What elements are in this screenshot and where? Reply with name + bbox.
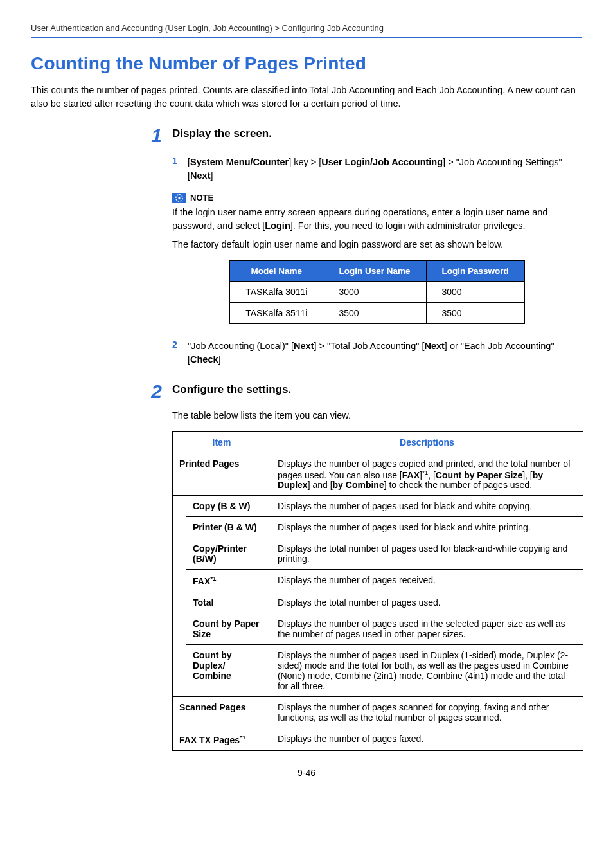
table-row: Count by Duplex/ Combine Displays the nu… (173, 644, 583, 696)
note-text: If the login user name entry screen appe… (172, 206, 582, 233)
page-number: 9-46 (31, 768, 582, 778)
table-header: Model Name (230, 260, 323, 281)
table-row: FAX*1 Displays the number of pages recei… (173, 570, 583, 592)
substep-number: 1 (172, 156, 181, 166)
table-row: Printed Pages Displays the number of pag… (173, 453, 583, 496)
table-row: TASKalfa 3511i 3500 3500 (230, 302, 525, 323)
table-row: Count by Paper Size Displays the number … (173, 613, 583, 644)
divider (31, 37, 582, 38)
note-block: NOTE If the login user name entry screen… (172, 193, 582, 324)
step-intro-text: The table below lists the item you can v… (172, 409, 582, 422)
substep-text: "Job Accounting (Local)" [Next] > "Total… (188, 339, 582, 366)
svg-point-2 (178, 197, 180, 199)
login-table: Model Name Login User Name Login Passwor… (229, 260, 525, 324)
step-heading: Display the screen. (172, 127, 272, 140)
table-row: Copy (B & W) Displays the number of page… (173, 496, 583, 517)
table-row: Copy/Printer (B/W) Displays the total nu… (173, 538, 583, 570)
table-row: Scanned Pages Displays the number of pag… (173, 696, 583, 728)
step-number: 2 (147, 382, 162, 401)
table-row: TASKalfa 3011i 3000 3000 (230, 281, 525, 302)
table-header: Login Password (426, 260, 524, 281)
table-header: Descriptions (271, 431, 583, 453)
table-row: Total Displays the total number of pages… (173, 592, 583, 613)
table-row: FAX TX Pages*1 Displays the number of pa… (173, 728, 583, 750)
substep-number: 2 (172, 339, 181, 350)
items-table: Item Descriptions Printed Pages Displays… (172, 431, 583, 751)
step-number: 1 (147, 126, 162, 145)
table-row: Printer (B & W) Displays the number of p… (173, 517, 583, 538)
table-header: Item (173, 431, 271, 453)
note-icon (172, 193, 185, 203)
substep: 2 "Job Accounting (Local)" [Next] > "Tot… (172, 339, 582, 366)
note-label: NOTE (190, 193, 213, 203)
table-cell: Displays the number of pages copied and … (271, 453, 583, 496)
substep-text: [System Menu/Counter] key > [User Login/… (188, 156, 582, 183)
breadcrumb: User Authentication and Accounting (User… (31, 23, 582, 33)
step-heading: Configure the settings. (172, 383, 291, 396)
note-text: The factory default login user name and … (172, 238, 582, 251)
page-title: Counting the Number of Pages Printed (31, 53, 582, 74)
table-header: Login User Name (323, 260, 426, 281)
intro-text: This counts the number of pages printed.… (31, 84, 582, 111)
substep: 1 [System Menu/Counter] key > [User Logi… (172, 156, 582, 183)
